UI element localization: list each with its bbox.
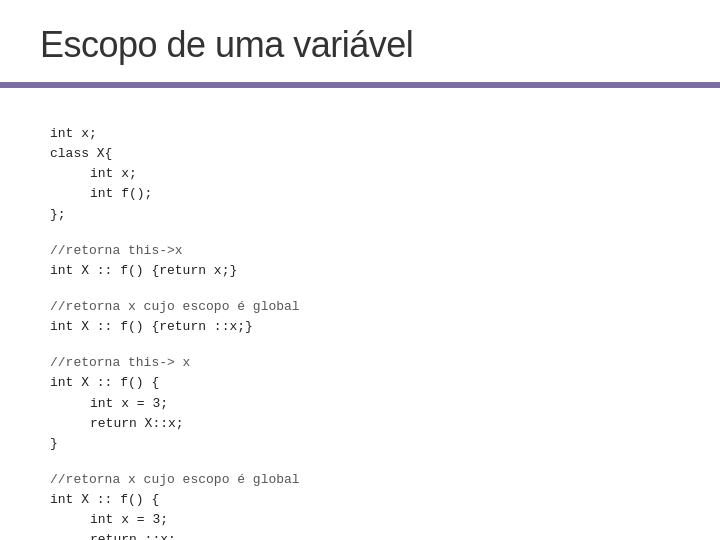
title-area: Escopo de uma variável [0,0,720,82]
page: Escopo de uma variável int x; class X{ i… [0,0,720,540]
code-comment: //retorna x cujo escopo é global [50,297,670,317]
code-line: int x = 3; [50,394,670,414]
code-line: class X{ [50,144,670,164]
content-area: int x; class X{ int x; int f(); }; //ret… [0,108,720,540]
code-line: }; [50,205,670,225]
code-line: int X :: f() {return ::x;} [50,317,670,337]
code-section-5: //retorna x cujo escopo é global int X :… [50,470,670,540]
code-line: return ::x; [50,530,670,540]
code-line: int X :: f() { [50,490,670,510]
code-line: return X::x; [50,414,670,434]
code-comment: //retorna this->x [50,241,670,261]
code-line: int X :: f() {return x;} [50,261,670,281]
code-comment: //retorna x cujo escopo é global [50,470,670,490]
code-line: int x = 3; [50,510,670,530]
code-block: int x; class X{ int x; int f(); }; //ret… [50,124,670,540]
code-section-4: //retorna this-> x int X :: f() { int x … [50,353,670,454]
code-comment: //retorna this-> x [50,353,670,373]
page-title: Escopo de uma variável [40,24,680,66]
code-line: } [50,434,670,454]
code-line: int X :: f() { [50,373,670,393]
code-section-2: //retorna this->x int X :: f() {return x… [50,241,670,281]
code-section-1: int x; class X{ int x; int f(); }; [50,124,670,225]
code-line: int f(); [50,184,670,204]
code-line: int x; [50,164,670,184]
code-section-3: //retorna x cujo escopo é global int X :… [50,297,670,337]
code-line: int x; [50,124,670,144]
accent-bar [0,82,720,88]
